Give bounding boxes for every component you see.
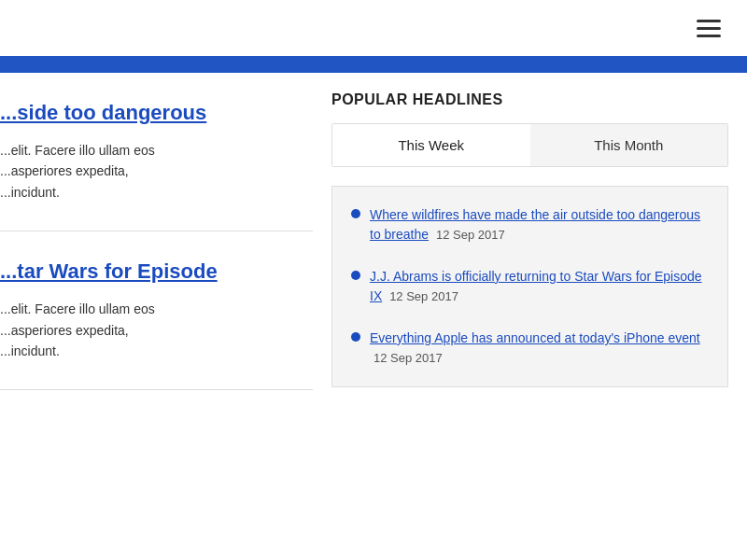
- excerpt-text-3: ...incidunt.: [0, 185, 60, 200]
- article-excerpt-2: ...elit. Facere illo ullam eos ...asperi…: [0, 299, 313, 361]
- news-item-content-2: J.J. Abrams is officially returning to S…: [370, 267, 709, 306]
- tabs-container: This Week This Month: [331, 123, 728, 167]
- excerpt-text-1: ...elit. Facere illo ullam eos: [0, 143, 155, 158]
- tab-this-month[interactable]: This Month: [530, 124, 728, 166]
- news-list-item-2: J.J. Abrams is officially returning to S…: [351, 267, 709, 306]
- excerpt-text-2: ...asperiores expedita,: [0, 163, 129, 178]
- news-date-2: 12 Sep 2017: [389, 289, 458, 303]
- main-content: ...side too dangerous ...elit. Facere il…: [0, 73, 747, 560]
- article-section-2: ...tar Wars for Episode ...elit. Facere …: [0, 259, 313, 390]
- news-link-3[interactable]: Everything Apple has announced at today'…: [370, 330, 700, 345]
- excerpt-text-4: ...elit. Facere illo ullam eos: [0, 301, 155, 316]
- news-link-1[interactable]: Where wildfires have made the air outsid…: [370, 207, 700, 242]
- article-title-2[interactable]: ...tar Wars for Episode: [0, 259, 313, 284]
- article-section-1: ...side too dangerous ...elit. Facere il…: [0, 101, 313, 231]
- bullet-icon-1: [351, 209, 360, 218]
- bullet-icon-2: [351, 271, 360, 280]
- article-title-1[interactable]: ...side too dangerous: [0, 101, 313, 125]
- news-list: Where wildfires have made the air outsid…: [351, 205, 709, 368]
- hamburger-line-3: [697, 35, 721, 37]
- news-date-1: 12 Sep 2017: [436, 228, 505, 242]
- bullet-icon-3: [351, 332, 360, 342]
- article-excerpt-1: ...elit. Facere illo ullam eos ...asperi…: [0, 140, 313, 203]
- hamburger-line-1: [697, 20, 721, 22]
- tab-this-week[interactable]: This Week: [332, 124, 530, 166]
- hamburger-menu-button[interactable]: [689, 12, 728, 45]
- news-list-container: Where wildfires have made the air outsid…: [331, 186, 728, 387]
- popular-headlines-title: POPULAR HEADLINES: [331, 91, 728, 108]
- news-item-content-1: Where wildfires have made the air outsid…: [370, 205, 709, 245]
- header: [0, 0, 747, 56]
- excerpt-text-5: ...asperiores expedita,: [0, 323, 129, 338]
- right-column: POPULAR HEADLINES This Week This Month W…: [313, 73, 747, 560]
- news-item-content-3: Everything Apple has announced at today'…: [370, 329, 709, 368]
- excerpt-text-6: ...incidunt.: [0, 343, 60, 358]
- news-date-3: 12 Sep 2017: [374, 351, 443, 365]
- blue-accent-bar: [0, 56, 747, 73]
- hamburger-line-2: [697, 27, 721, 30]
- news-list-item-3: Everything Apple has announced at today'…: [351, 329, 709, 368]
- left-column: ...side too dangerous ...elit. Facere il…: [0, 73, 313, 560]
- news-list-item-1: Where wildfires have made the air outsid…: [351, 205, 709, 245]
